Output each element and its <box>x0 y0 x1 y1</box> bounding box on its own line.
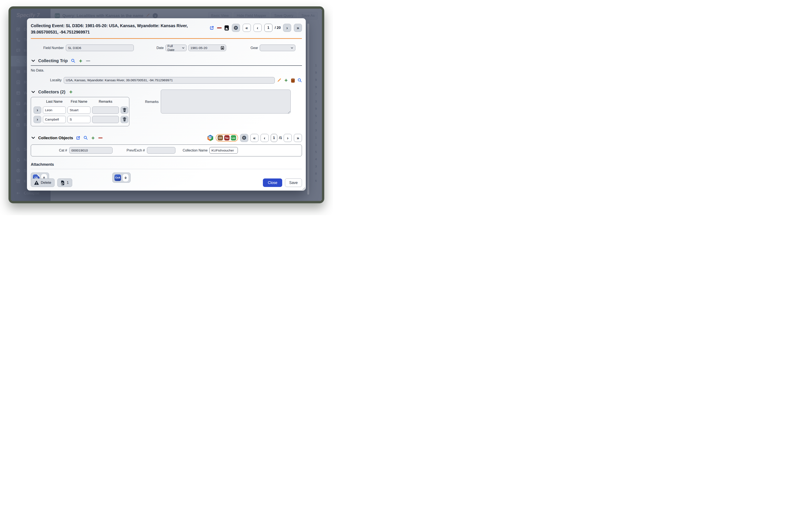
attachment-image-icon[interactable] <box>224 26 229 30</box>
collapse-section-icon[interactable] <box>31 59 35 63</box>
collectors-table: Last Name First Name Remarks › <box>31 97 129 126</box>
next-item-button[interactable]: › <box>284 134 292 142</box>
trash-icon <box>123 117 126 121</box>
first-item-button[interactable]: « <box>250 134 259 142</box>
collapse-section-icon[interactable] <box>31 136 35 140</box>
delete-button[interactable]: Delete <box>31 179 55 187</box>
calendar-icon <box>221 46 224 50</box>
remove-icon[interactable] <box>98 136 103 140</box>
item-total-label: /1 <box>279 136 282 140</box>
first-record-button[interactable]: « <box>243 24 251 32</box>
specify-network-icon[interactable]: SN <box>207 135 213 141</box>
chevron-down-icon <box>182 47 184 49</box>
section-divider <box>31 65 302 66</box>
related-tables-pill: CO Tax Loc <box>216 134 238 141</box>
add-locality-icon[interactable]: + <box>284 78 289 82</box>
collectors-and-remarks: Collectors (2) + Last Name First Name Re… <box>31 90 302 126</box>
prev-exch-input[interactable] <box>147 147 175 154</box>
search-locality-icon[interactable] <box>297 78 302 82</box>
next-record-button[interactable]: › <box>283 24 291 32</box>
edit-locality-icon[interactable] <box>277 78 282 82</box>
gear-select[interactable] <box>260 45 295 51</box>
record-total-label: / 20 <box>275 26 281 30</box>
locality-label: Locality <box>31 78 62 82</box>
usages-button[interactable]: 1 <box>57 179 72 187</box>
save-button[interactable]: Save <box>285 179 302 187</box>
dialog-title: Collecting Event: SL D3D6: 1981-05-20: U… <box>31 22 192 35</box>
last-name-input[interactable] <box>43 116 66 123</box>
last-name-input[interactable] <box>43 106 66 114</box>
date-label: Date <box>157 46 164 50</box>
collection-object-badge[interactable]: CO <box>218 135 223 140</box>
locality-badge[interactable]: Loc <box>231 135 236 140</box>
add-icon[interactable]: + <box>91 136 95 140</box>
chevron-down-icon <box>291 47 293 49</box>
prev-exch-label: Prev/Exch # <box>127 149 145 152</box>
remarks-group: Remarks <box>145 90 291 115</box>
search-icon[interactable] <box>71 59 76 63</box>
delete-label: Delete <box>41 181 51 185</box>
collecting-trip-section-header: Collecting Trip + <box>31 58 302 63</box>
delete-collector-button[interactable] <box>121 116 128 123</box>
date-precision-select[interactable]: Full Date <box>165 45 187 51</box>
svg-text:SN: SN <box>208 137 211 139</box>
collection-objects-heading: Collection Objects <box>38 136 73 140</box>
previous-item-button[interactable]: ‹ <box>261 134 269 142</box>
previous-record-button[interactable]: ‹ <box>253 24 262 32</box>
cat-number-input[interactable] <box>69 147 113 154</box>
dialog-header-controls: ⚙ « ‹ 1 / 20 › » <box>210 24 302 32</box>
trash-icon <box>123 108 126 112</box>
screenshot-canvas: Specify 7 Dat Tre Inte Qu <box>0 0 333 215</box>
collecting-event-dialog: Collecting Event: SL D3D6: 1981-05-20: U… <box>27 18 306 191</box>
last-record-button[interactable]: » <box>294 24 302 32</box>
collection-object-subform: Cat # Prev/Exch # Collection Name <box>31 145 302 156</box>
results-scrollbar[interactable] <box>307 24 309 195</box>
column-header: Last Name <box>43 100 66 104</box>
subform-preferences-button[interactable]: ⚙ <box>240 134 248 142</box>
date-input[interactable]: 1981-05-20 <box>188 45 226 51</box>
remove-disabled-icon <box>86 59 90 63</box>
record-query-icon <box>61 180 65 185</box>
collector-remarks-input[interactable] <box>92 106 119 114</box>
gear-field-label: Gear <box>251 46 258 50</box>
collectors-section-header: Collectors (2) + <box>31 90 129 94</box>
header-accent-rule <box>31 38 302 39</box>
taxon-badge[interactable]: Tax <box>224 135 230 140</box>
date-value: 1981-05-20 <box>191 46 219 50</box>
collector-remarks-input[interactable] <box>92 116 119 123</box>
remarks-textarea[interactable] <box>161 90 291 114</box>
form-preferences-button[interactable]: ⚙ <box>232 24 240 32</box>
collection-objects-section-header: Collection Objects + SN CO Tax Loc ⚙ <box>31 134 302 142</box>
field-number-label: Field Number <box>31 46 64 50</box>
delete-collector-button[interactable] <box>121 106 128 114</box>
collection-name-label: Collection Name <box>182 149 207 152</box>
app-window: Specify 7 Dat Tre Inte Qu <box>9 6 324 203</box>
collapse-section-icon[interactable] <box>31 90 35 94</box>
collecting-trip-heading: Collecting Trip <box>38 58 68 63</box>
search-icon[interactable] <box>83 136 88 140</box>
add-icon[interactable]: + <box>78 59 83 63</box>
expand-collector-button[interactable]: › <box>33 116 41 123</box>
usages-count: 1 <box>67 181 69 185</box>
collection-name-input[interactable] <box>209 147 238 154</box>
clipboard-icon[interactable] <box>291 78 295 82</box>
gear-icon: ⚙ <box>233 25 238 31</box>
record-number-input[interactable]: 1 <box>264 24 272 32</box>
remarks-label: Remarks <box>145 100 159 104</box>
column-header: Remarks <box>92 100 119 104</box>
locality-row: Locality + <box>31 77 302 84</box>
field-number-input[interactable] <box>66 45 134 51</box>
last-item-button[interactable]: » <box>294 134 302 142</box>
open-related-icon[interactable] <box>76 136 80 140</box>
remove-icon[interactable] <box>217 27 222 28</box>
locality-input[interactable] <box>64 77 275 84</box>
attachments-heading: Attachments <box>31 162 302 167</box>
expand-collector-button[interactable]: › <box>33 106 41 114</box>
first-name-input[interactable] <box>68 106 90 114</box>
open-in-new-tab-icon[interactable] <box>210 26 214 30</box>
first-name-input[interactable] <box>68 116 90 123</box>
item-number-input[interactable]: 1 <box>271 134 277 142</box>
add-collector-icon[interactable]: + <box>69 90 73 94</box>
dialog-footer: Delete 1 Close Save <box>31 179 302 187</box>
close-button[interactable]: Close <box>263 179 282 187</box>
